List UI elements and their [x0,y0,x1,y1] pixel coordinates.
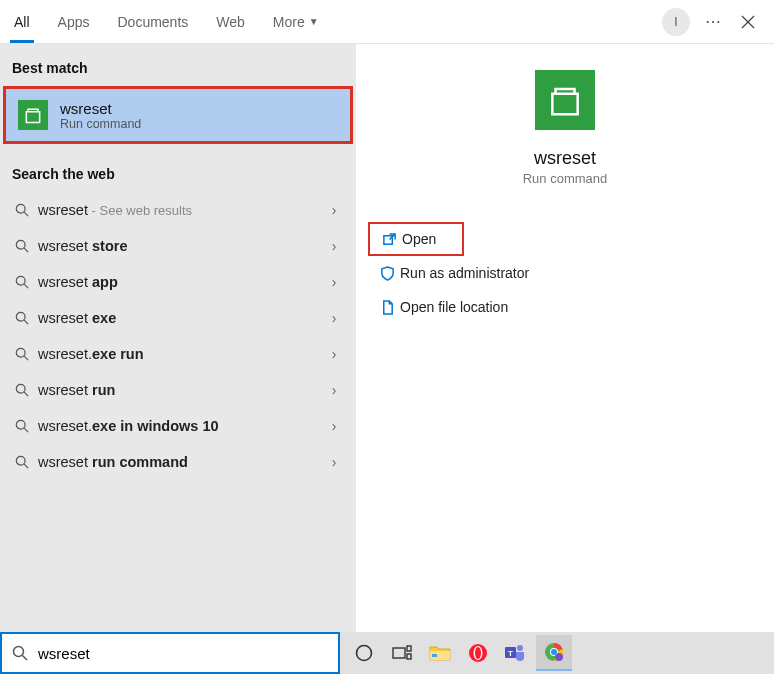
svg-rect-23 [407,646,411,651]
svg-rect-24 [407,654,411,659]
cortana-icon [354,643,374,663]
open-icon [376,232,402,247]
chevron-right-icon: › [324,274,344,290]
web-result-text: wsreset exe [38,310,324,326]
chevron-right-icon: › [324,454,344,470]
options-button[interactable]: ⋯ [698,12,730,31]
web-result[interactable]: wsreset.exe in windows 10 › [0,408,356,444]
svg-line-5 [24,248,28,252]
svg-point-32 [517,645,523,651]
teams-icon: T [505,643,527,663]
web-result-text: wsreset - See web results [38,202,324,218]
close-icon [741,15,755,29]
opera-icon [468,643,488,663]
web-result-text: wsreset.exe run [38,346,324,362]
best-match-heading: Best match [0,44,356,86]
user-avatar[interactable]: I [662,8,690,36]
svg-line-11 [24,356,28,360]
web-result[interactable]: wsreset run command › [0,444,356,480]
svg-point-36 [555,653,563,661]
svg-point-29 [475,647,481,659]
action-open-file-location[interactable]: Open file location [368,290,758,324]
web-result[interactable]: wsreset exe › [0,300,356,336]
taskbar-chrome[interactable] [536,635,572,671]
svg-line-13 [24,392,28,396]
search-box[interactable] [0,632,340,674]
chevron-right-icon: › [324,202,344,218]
web-result[interactable]: wsreset run › [0,372,356,408]
svg-line-20 [23,656,28,661]
search-icon [12,347,32,361]
taskbar-cortana[interactable] [346,635,382,671]
preview-actions: Open Run as administrator Open file loca… [356,222,774,324]
task-view-icon [392,645,412,661]
filter-tabs: All Apps Documents Web More▼ [0,0,333,43]
taskbar-teams[interactable]: T [498,635,534,671]
svg-point-4 [16,240,25,249]
best-match-subtitle: Run command [60,117,141,131]
tab-apps[interactable]: Apps [44,0,104,43]
svg-line-7 [24,284,28,288]
search-icon [12,239,32,253]
svg-point-21 [357,646,372,661]
web-result-text: wsreset app [38,274,324,290]
svg-line-17 [24,464,28,468]
tab-documents[interactable]: Documents [103,0,202,43]
svg-point-14 [16,420,25,429]
search-icon [12,275,32,289]
search-icon [12,645,28,661]
search-icon [12,419,32,433]
svg-point-10 [16,348,25,357]
web-result-text: wsreset run command [38,454,324,470]
action-run-as-admin[interactable]: Run as administrator [368,256,758,290]
svg-point-8 [16,312,25,321]
tab-all[interactable]: All [0,0,44,43]
preview-panel: wsreset Run command Open Run as administ… [356,44,774,632]
svg-point-6 [16,276,25,285]
chevron-right-icon: › [324,346,344,362]
svg-point-16 [16,456,25,465]
search-icon [12,383,32,397]
svg-line-3 [24,212,28,216]
store-icon [535,70,595,130]
best-match-title: wsreset [60,100,141,117]
svg-rect-26 [432,654,437,657]
web-result-text: wsreset.exe in windows 10 [38,418,324,434]
taskbar-opera[interactable] [460,635,496,671]
taskbar-file-explorer[interactable] [422,635,458,671]
svg-rect-22 [393,648,405,658]
close-button[interactable] [730,4,766,40]
shield-icon [374,266,400,281]
tab-more[interactable]: More▼ [259,0,333,43]
chevron-right-icon: › [324,310,344,326]
web-result[interactable]: wsreset.exe run › [0,336,356,372]
store-icon [18,100,48,130]
svg-point-2 [16,204,25,213]
preview-title: wsreset [534,148,596,169]
chevron-right-icon: › [324,238,344,254]
preview-subtitle: Run command [523,171,608,186]
web-result-text: wsreset run [38,382,324,398]
file-icon [374,300,400,315]
chevron-right-icon: › [324,382,344,398]
tab-web[interactable]: Web [202,0,259,43]
folder-icon [429,644,451,662]
search-input[interactable] [38,645,328,662]
svg-text:T: T [508,649,513,658]
taskbar: T [340,632,774,674]
chrome-icon [544,642,564,662]
taskbar-task-view[interactable] [384,635,420,671]
web-result[interactable]: wsreset - See web results › [0,192,356,228]
svg-line-9 [24,320,28,324]
search-web-heading: Search the web [0,150,356,192]
search-icon [12,311,32,325]
web-result[interactable]: wsreset app › [0,264,356,300]
top-bar: All Apps Documents Web More▼ I ⋯ [0,0,774,44]
svg-point-19 [14,647,24,657]
action-open[interactable]: Open [368,222,464,256]
results-panel: Best match wsreset Run command Search th… [0,44,356,632]
web-result[interactable]: wsreset store › [0,228,356,264]
chevron-right-icon: › [324,418,344,434]
best-match-item[interactable]: wsreset Run command [3,86,353,144]
svg-point-12 [16,384,25,393]
